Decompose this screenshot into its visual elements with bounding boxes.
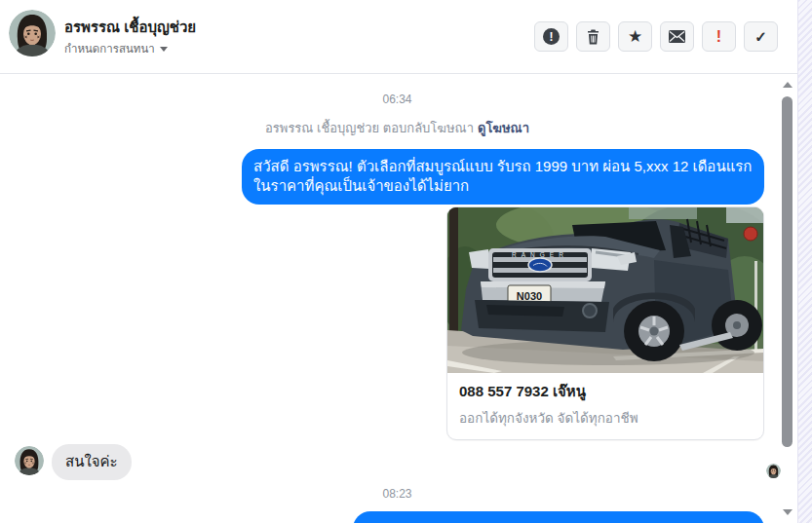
license-plate: N030	[517, 290, 542, 302]
trash-icon	[586, 29, 600, 45]
outgoing-message-bubble: สวัสดี อรพรรณ! ตัวเลือกที่สมบูรณ์แบบ รับ…	[242, 149, 764, 205]
mark-unread-button[interactable]	[660, 21, 694, 52]
envelope-icon	[669, 30, 685, 43]
delete-button[interactable]	[576, 21, 610, 52]
report-button[interactable]: !	[534, 21, 568, 52]
conversation-toolbar: ! ★ ! ✓	[534, 21, 778, 52]
reply-avatar	[15, 446, 44, 475]
red-exclamation-icon: !	[716, 29, 721, 45]
avatar-image-small	[15, 446, 44, 475]
outgoing-message-bubble-partial	[353, 511, 764, 523]
schedule-conversation-label: กำหนดการสนทนา	[64, 40, 155, 57]
star-button[interactable]: ★	[618, 21, 652, 52]
check-icon: ✓	[754, 29, 767, 44]
contact-name: อรพรรณ เชื้อบุญช่วย	[64, 16, 196, 39]
timestamp-later: 08:23	[0, 487, 794, 501]
star-icon: ★	[628, 28, 642, 45]
ad-card-title: 088 557 7932 เจ๊หนู	[459, 380, 752, 403]
truck-photo: RANGER N030	[447, 207, 763, 373]
ad-attachment-card[interactable]: RANGER N030 088 557 7932 เจ๊หนู	[446, 206, 764, 440]
conversation-header: อรพรรณ เชื้อบุญช่วย กำหนดการสนทนา ! ★	[0, 0, 797, 74]
contact-avatar	[9, 10, 56, 56]
system-message-text: อรพรรณ เชื้อบุญช่วย ตอบกลับโฆษณา	[265, 121, 474, 135]
mark-important-button[interactable]: !	[702, 21, 736, 52]
scroll-down-arrow[interactable]	[783, 509, 793, 515]
chevron-down-icon	[160, 47, 168, 52]
scrollbar-thumb[interactable]	[782, 96, 793, 447]
grille-text: RANGER	[512, 251, 568, 258]
scroll-up-arrow[interactable]	[783, 82, 793, 88]
exclamation-circle-icon: !	[543, 28, 560, 45]
timestamp-morning: 06:34	[0, 93, 794, 106]
schedule-conversation-dropdown[interactable]: กำหนดการสนทนา	[64, 40, 168, 57]
avatar-image	[9, 10, 56, 56]
ad-card-body: 088 557 7932 เจ๊หนู ออกได้ทุกจังหวัด จัด…	[447, 373, 763, 439]
incoming-message-bubble: สนใจค่ะ	[52, 444, 132, 480]
page-scrollbar-strip	[797, 0, 812, 523]
chat-scrollbar	[778, 76, 796, 523]
ad-card-subtitle: ออกได้ทุกจังหวัด จัดได้ทุกอาชีพ	[459, 407, 752, 429]
view-ad-link[interactable]: ดูโฆษณา	[478, 121, 529, 135]
messenger-inbox-window: อรพรรณ เชื้อบุญช่วย กำหนดการสนทนา ! ★	[0, 0, 812, 523]
system-message-line: อรพรรณ เชื้อบุญช่วย ตอบกลับโฆษณาดูโฆษณา	[0, 118, 794, 138]
mark-done-button[interactable]: ✓	[744, 21, 778, 52]
